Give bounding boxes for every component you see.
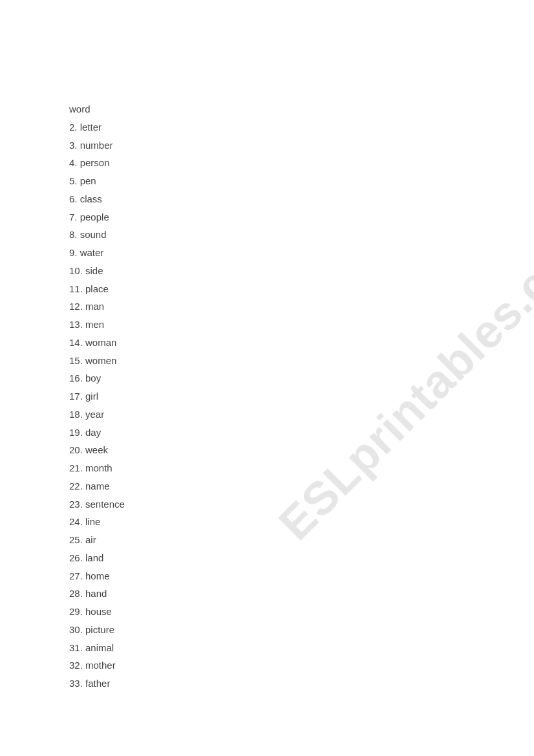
list-item: 16. boy xyxy=(69,369,125,387)
list-item: 29. house xyxy=(69,603,125,621)
list-item: 30. picture xyxy=(69,621,125,639)
list-item: 28. hand xyxy=(69,585,125,603)
list-item: 20. week xyxy=(69,441,125,459)
list-item: 2. letter xyxy=(69,118,125,136)
list-item: 13. men xyxy=(69,316,125,334)
list-item: 33. father xyxy=(69,675,125,693)
watermark: ESLprintables.com xyxy=(268,206,534,550)
list-item: 31. animal xyxy=(69,639,125,657)
list-item: 15. women xyxy=(69,352,125,370)
list-item: 4. person xyxy=(69,154,125,172)
list-item: 32. mother xyxy=(69,656,125,675)
list-item: 19. day xyxy=(69,424,125,442)
list-item: 25. air xyxy=(69,531,125,549)
list-item: 5. pen xyxy=(69,172,125,190)
list-item: word xyxy=(69,100,125,118)
page: ESLprintables.com word2. letter3. number… xyxy=(0,0,534,756)
list-item: 12. man xyxy=(69,297,125,316)
list-item: 22. name xyxy=(69,477,125,495)
list-item: 10. side xyxy=(69,262,125,280)
list-item: 21. month xyxy=(69,459,125,477)
word-list: word2. letter3. number4. person5. pen6. … xyxy=(69,100,125,693)
list-item: 8. sound xyxy=(69,226,125,244)
list-item: 27. home xyxy=(69,567,125,585)
list-item: 26. land xyxy=(69,549,125,567)
list-item: 9. water xyxy=(69,244,125,262)
list-item: 14. woman xyxy=(69,334,125,352)
list-item: 6. class xyxy=(69,190,125,208)
list-item: 18. year xyxy=(69,405,125,424)
list-item: 24. line xyxy=(69,513,125,531)
list-item: 17. girl xyxy=(69,387,125,405)
list-item: 23. sentence xyxy=(69,495,125,513)
list-item: 7. people xyxy=(69,208,125,226)
list-item: 11. place xyxy=(69,280,125,298)
list-item: 3. number xyxy=(69,136,125,155)
